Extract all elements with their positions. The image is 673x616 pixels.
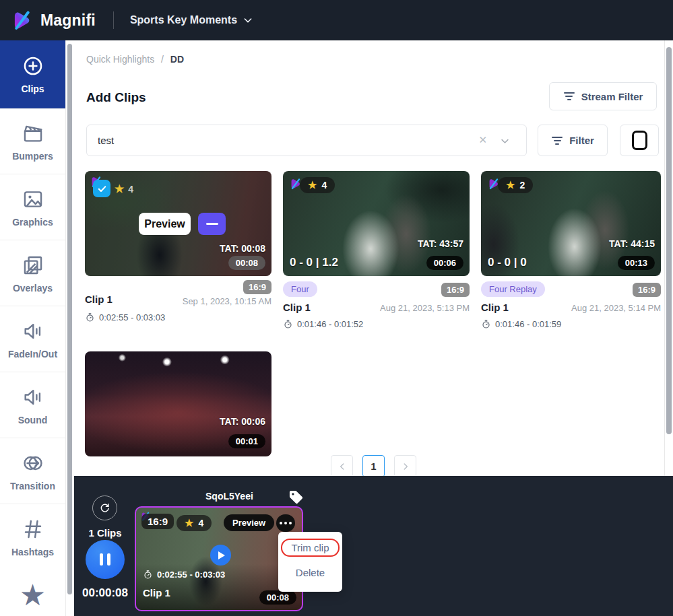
star-count: 2 [519, 180, 525, 191]
stopwatch-icon [481, 319, 491, 329]
main-scrollbar-thumb[interactable] [666, 47, 672, 434]
clips-count: 1 Clips [74, 527, 136, 539]
more-options-button[interactable] [276, 514, 295, 532]
project-switcher[interactable]: Sports Key Moments [130, 14, 253, 26]
sidebar-item-bumpers[interactable]: Bumpers [0, 109, 65, 174]
clip-date: Aug 21, 2023, 5:13 PM [380, 303, 470, 313]
sidebar-item-graphics[interactable]: Graphics [0, 175, 65, 240]
star-rating-badge: ★ 4 [300, 177, 335, 193]
pagination: 1 [74, 455, 673, 477]
menu-item-trim-clip[interactable]: Trim clip [281, 539, 340, 557]
clip-card-details: 16:9 Clip 1 Sep 1, 2023, 10:15 AM 0:02:5… [85, 277, 271, 330]
pause-button[interactable] [86, 540, 125, 579]
sidebar: Clips Bumpers Graphics Overlays FadeIn/O… [0, 40, 74, 616]
next-page-button[interactable] [394, 455, 416, 477]
clip-card-details: Four 16:9 Clip 1 Aug 21, 2023, 5:13 PM 0… [283, 280, 470, 335]
score-overlay: 0 - 0 | 0 [488, 256, 527, 269]
menu-item-delete[interactable]: Delete [278, 567, 342, 578]
stream-filter-button[interactable]: Stream Filter [549, 82, 657, 110]
aspect-ratio-toggle-button[interactable] [620, 125, 659, 156]
sidebar-item-label: Graphics [12, 217, 53, 228]
duration-badge: 00:06 [426, 256, 463, 270]
preview-button[interactable]: Preview [139, 213, 191, 235]
stopwatch-icon [143, 570, 153, 580]
clip-card-thumbnail[interactable]: ★ 4 0 - 0 | 1.2 TAT: 43:57 00:06 [283, 171, 470, 276]
clip-time-range: 0:01:46 - 0:01:59 [481, 319, 561, 329]
star-rating: ★ 4 [115, 182, 133, 195]
sidebar-item-fadeinout[interactable]: FadeIn/Out [0, 307, 65, 372]
check-icon [97, 184, 107, 194]
refresh-icon [98, 502, 111, 514]
clip-time-range: 0:02:55 - 0:03:03 [85, 312, 165, 322]
sidebar-scrollbar-track [65, 40, 74, 616]
timeline-bar: 1 Clips 00:00:08 SqoL5Yeei 16:9 ★ 4 Prev… [74, 476, 673, 616]
sidebar-item-label: Transition [10, 481, 55, 491]
sidebar-item-favorites[interactable]: ★ [0, 567, 65, 616]
score-overlay: 0 - 0 | 1.2 [290, 256, 338, 269]
stream-name: SqoL5Yeei [205, 491, 253, 502]
tag-icon[interactable] [288, 489, 304, 505]
clip-time-range: 0:01:46 - 0:01:52 [283, 319, 363, 329]
stream-filter-label: Stream Filter [581, 91, 643, 102]
play-button[interactable] [210, 545, 231, 566]
magnifi-logo-icon [9, 7, 35, 33]
layers-icon [22, 254, 44, 277]
filter-button[interactable]: Filter [538, 125, 608, 156]
sidebar-item-label: Bumpers [12, 151, 53, 162]
search-input[interactable] [87, 125, 526, 156]
sidebar-item-transition[interactable]: Transition [0, 439, 65, 504]
sidebar-item-hashtags[interactable]: Hashtags [0, 505, 65, 570]
clip-card-thumbnail[interactable]: TAT: 00:06 00:01 [85, 351, 271, 456]
speaker-icon [22, 386, 44, 409]
portrait-frame-icon [632, 131, 647, 150]
aspect-ratio-badge: 16:9 [441, 283, 470, 297]
previous-page-button[interactable] [331, 455, 353, 477]
chevron-left-icon [338, 462, 347, 471]
image-icon [22, 188, 44, 211]
breadcrumb-current: DD [170, 54, 184, 65]
sidebar-item-clips[interactable]: Clips [0, 40, 65, 109]
clip-range-text: 0:01:46 - 0:01:59 [495, 319, 561, 329]
clip-card-details: Four Replay 16:9 Clip 1 Aug 21, 2023, 5:… [481, 280, 661, 335]
clip-tag: Four Replay [481, 281, 545, 297]
sidebar-item-sound[interactable]: Sound [0, 373, 65, 438]
star-count: 4 [198, 518, 203, 528]
duration-badge: 00:01 [228, 434, 265, 448]
brand-name: Magnifi [40, 11, 96, 30]
clip-context-menu: Trim clip Delete [278, 532, 342, 592]
aspect-ratio-badge: 16:9 [243, 280, 271, 294]
sidebar-scrollbar-thumb[interactable] [67, 44, 72, 594]
main-scrollbar-track [664, 40, 673, 476]
star-icon: ★ [115, 182, 124, 195]
tat-label: TAT: 00:08 [220, 243, 265, 254]
tat-label: TAT: 43:57 [418, 238, 463, 249]
clip-title: Clip 1 [481, 302, 509, 313]
ellipsis-icon [280, 522, 282, 524]
main-content: Quick Highlights / DD Add Clips Stream F… [74, 40, 673, 476]
chevron-down-icon[interactable] [500, 136, 510, 146]
refresh-button[interactable] [92, 495, 117, 520]
sidebar-item-label: Hashtags [11, 547, 54, 557]
breadcrumb-parent[interactable]: Quick Highlights [86, 54, 154, 65]
clip-date: Sep 1, 2023, 10:15 AM [183, 296, 271, 306]
breadcrumb: Quick Highlights / DD [86, 54, 184, 65]
clip-title: Clip 1 [85, 294, 113, 305]
stopwatch-icon [283, 319, 293, 329]
clip-card-thumbnail[interactable]: ★ 2 0 - 0 | 0 TAT: 44:15 00:13 [481, 171, 661, 276]
clip-card-thumbnail[interactable]: ★ 4 Preview TAT: 00:08 00:08 [85, 171, 271, 276]
star-icon: ★ [506, 179, 515, 191]
page-number[interactable]: 1 [362, 455, 385, 477]
preview-button[interactable]: Preview [224, 514, 274, 531]
sidebar-item-overlays[interactable]: Overlays [0, 241, 65, 306]
chevron-right-icon [401, 462, 410, 471]
speaker-icon [22, 320, 44, 343]
remove-clip-button[interactable] [198, 213, 226, 235]
clip-range-text: 0:02:55 - 0:03:03 [99, 312, 165, 322]
play-icon [218, 551, 225, 559]
selected-checkbox[interactable] [93, 180, 110, 197]
app-window: Magnifi Sports Key Moments Clips Bumpers… [0, 0, 673, 616]
tat-label: TAT: 44:15 [609, 238, 655, 249]
pause-icon [100, 553, 103, 566]
clear-icon[interactable]: ✕ [478, 134, 487, 146]
header-divider [113, 11, 114, 29]
